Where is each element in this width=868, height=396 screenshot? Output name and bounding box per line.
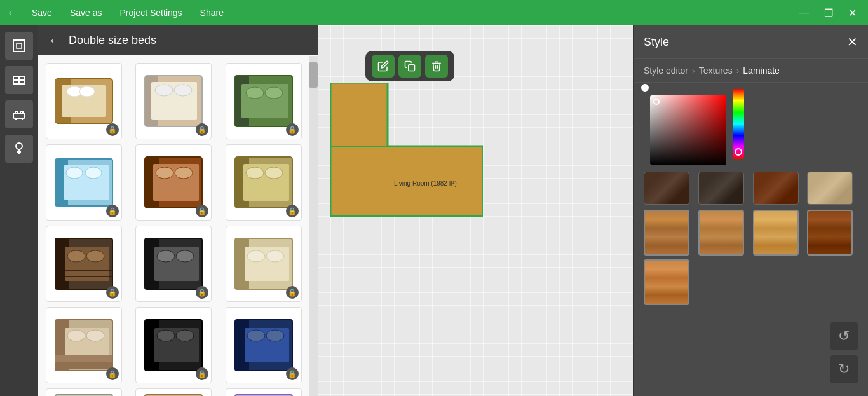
catalog-header: ← Double size beds [38,25,318,55]
floating-toolbar [365,51,454,81]
breadcrumb-sep-2: › [736,65,740,76]
texture-swatch[interactable] [753,210,799,256]
lock-icon: 🔒 [106,367,119,380]
texture-swatch[interactable] [698,172,744,205]
breadcrumb-textures[interactable]: Textures [699,65,733,76]
svg-rect-5 [13,113,25,118]
svg-point-65 [67,330,85,341]
list-item[interactable]: 🔒 [226,226,302,302]
save-button[interactable]: Save [28,5,56,20]
svg-point-36 [156,167,173,179]
texture-swatch[interactable] [698,210,744,256]
list-item[interactable]: 🔒 [46,226,122,302]
svg-rect-63 [55,355,112,362]
list-item[interactable]: 🔒 [46,307,122,383]
project-settings-button[interactable]: Project Settings [116,5,186,20]
edit-object-button[interactable] [372,55,395,78]
breadcrumb-sep-1: › [692,65,695,76]
left-sidebar [0,25,38,396]
svg-point-17 [79,86,95,97]
sidebar-icon-landscape[interactable] [5,135,33,163]
redo-button[interactable]: ↻ [830,355,858,383]
list-item[interactable]: 🔒 [135,63,212,139]
svg-text:Living Room (1982 ft²): Living Room (1982 ft²) [394,180,457,187]
svg-point-37 [175,167,193,179]
room-shape[interactable]: Living Room (1982 ft²) [330,83,483,222]
texture-swatch[interactable] [807,172,853,205]
texture-swatch[interactable] [753,172,799,205]
swatch-row-dark [634,172,868,207]
catalog-scrollbar-thumb[interactable] [309,62,318,88]
texture-swatch[interactable] [644,210,689,256]
svg-point-21 [155,85,173,96]
sidebar-icon-windows[interactable] [5,66,33,94]
svg-point-76 [266,330,284,341]
svg-point-71 [176,330,194,341]
room-container: Living Room (1982 ft²) [330,83,483,225]
svg-rect-0 [13,40,25,51]
gradient-cursor[interactable] [653,99,660,105]
main-content: ← Double size beds 🔒 [0,25,868,396]
delete-object-button[interactable] [425,55,448,78]
lock-icon: 🔒 [106,205,119,217]
lock-icon: 🔒 [286,123,299,136]
list-item[interactable]: 🔒 [135,226,212,302]
svg-rect-80 [409,65,415,71]
sidebar-icon-walls[interactable] [5,32,33,60]
svg-point-27 [265,87,283,99]
window-controls: — ❐ ✕ [794,6,862,20]
color-picker-area [634,83,868,172]
list-item[interactable]: 🔒 [46,144,122,221]
svg-point-47 [86,250,104,262]
undo-redo-container: ↺ ↻ [830,322,858,383]
svg-point-22 [174,85,192,96]
minimize-button[interactable]: — [794,6,814,20]
style-panel-close-button[interactable]: ✕ [847,34,858,50]
catalog-back-button[interactable]: ← [48,33,61,48]
maximize-button[interactable]: ❐ [819,6,838,20]
catalog-title: Double size beds [69,34,156,47]
texture-swatches-grid [634,207,868,311]
undo-button[interactable]: ↺ [830,322,858,350]
sidebar-icon-furniture[interactable] [5,100,33,128]
copy-object-button[interactable] [398,55,421,78]
texture-swatch[interactable] [644,259,689,305]
lock-icon: 🔒 [286,286,299,299]
lock-icon: 🔒 [196,286,208,299]
svg-point-32 [85,167,102,179]
color-gradient-picker[interactable] [650,95,726,165]
list-item[interactable]: 🔒 [226,307,302,383]
style-panel-title: Style [644,36,669,49]
svg-rect-6 [15,111,18,113]
svg-point-54 [176,250,194,262]
texture-swatch[interactable] [644,172,689,205]
hue-slider[interactable] [733,89,744,159]
window-close-button[interactable]: ✕ [843,6,862,20]
lock-icon: 🔒 [196,205,208,217]
list-item[interactable]: 🔒 [46,388,122,396]
list-item[interactable]: 🔒 [226,144,302,221]
svg-rect-64 [55,362,112,369]
list-item[interactable]: 🔒 [135,144,212,221]
hue-cursor[interactable] [735,148,742,156]
style-panel-header: Style ✕ [634,25,868,59]
catalog-scrollbar[interactable] [309,56,318,396]
canvas-area[interactable]: Living Room (1982 ft²) [318,25,633,396]
breadcrumb-style-editor[interactable]: Style editor [644,65,688,76]
save-as-button[interactable]: Save as [66,5,106,20]
svg-point-10 [16,143,22,149]
list-item[interactable]: 🔒 [46,63,122,139]
toolbar-back-button[interactable]: ← [6,6,18,20]
share-button[interactable]: Share [196,5,227,20]
list-item[interactable]: 🔒 [135,388,212,396]
svg-point-26 [246,87,264,99]
list-item[interactable]: 🔒 [226,388,302,396]
list-item[interactable]: 🔒 [226,63,302,139]
color-picker-dot-top[interactable] [641,84,649,92]
breadcrumb-laminate: Laminate [743,65,780,76]
texture-swatch[interactable] [807,210,853,256]
list-item[interactable]: 🔒 [135,307,212,383]
svg-point-46 [67,250,85,262]
svg-point-75 [247,330,265,341]
svg-point-59 [266,250,284,262]
